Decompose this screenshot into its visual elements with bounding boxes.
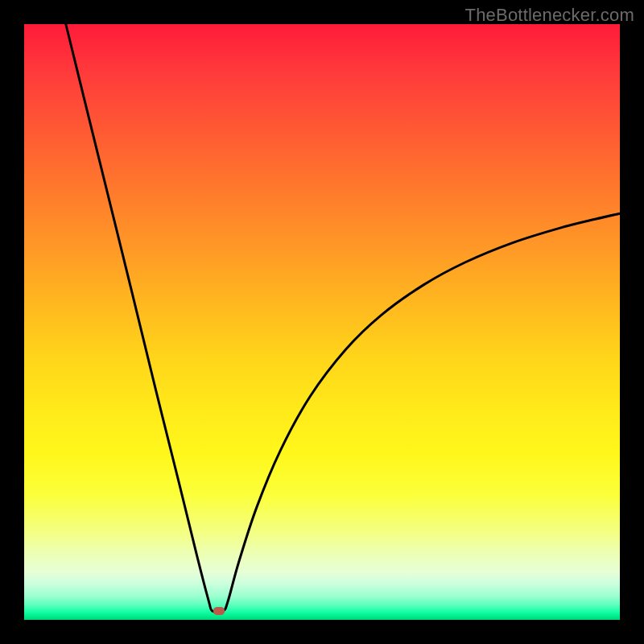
attribution-text: TheBottlenecker.com [465,5,634,26]
plot-area [24,24,620,620]
chart-frame: TheBottlenecker.com [0,0,644,644]
bottleneck-curve [24,24,620,620]
optimal-point-marker [213,607,225,615]
